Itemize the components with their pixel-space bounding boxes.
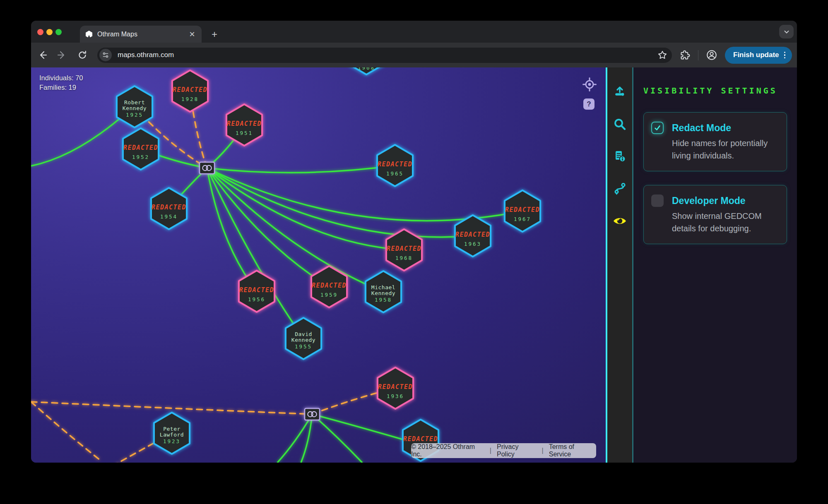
family-node[interactable] xyxy=(200,162,214,174)
person-node[interactable]: REDACTED1952 xyxy=(123,128,159,170)
url-bar[interactable]: maps.othram.com xyxy=(97,48,672,63)
help-button[interactable]: ? xyxy=(583,98,595,110)
close-window-button[interactable] xyxy=(37,29,43,35)
person-node[interactable]: REDACTED1936 xyxy=(378,367,413,409)
attribution-separator: | xyxy=(542,447,544,454)
redacted-label: REDACTED xyxy=(378,383,413,391)
side-toolbar xyxy=(607,67,632,463)
developer-mode-card[interactable]: Developer Mode Show internal GEDCOM deta… xyxy=(643,185,787,244)
redact-mode-checkbox[interactable] xyxy=(651,122,664,134)
tab-close-icon[interactable]: ✕ xyxy=(188,30,197,39)
check-icon xyxy=(653,124,662,132)
person-node[interactable]: MichaelKennedy1958 xyxy=(366,271,401,312)
finish-update-label: Finish update xyxy=(733,51,779,59)
parent-edge xyxy=(31,402,102,462)
kebab-menu-icon[interactable] xyxy=(784,52,786,59)
browser-window: Othram Maps ✕ + xyxy=(31,21,797,463)
search-icon xyxy=(613,117,627,131)
attribution-separator: | xyxy=(490,447,491,454)
birth-year: 1963 xyxy=(464,241,481,247)
child-edge xyxy=(301,414,312,463)
person-node[interactable]: REDACTED1965 xyxy=(377,145,413,186)
forward-button[interactable] xyxy=(53,47,70,63)
extensions-icon[interactable] xyxy=(679,50,691,61)
child-edge xyxy=(207,168,404,250)
tab-search-button[interactable] xyxy=(779,25,794,38)
attribution-bar: © 2018–2025 Othram Inc. | Privacy Policy… xyxy=(411,443,596,458)
person-name: Michael xyxy=(371,284,395,290)
person-name: Peter xyxy=(163,426,181,432)
upload-button[interactable] xyxy=(613,85,627,99)
birth-year: 1954 xyxy=(160,214,178,220)
chevron-down-icon xyxy=(783,29,790,35)
individuals-count: Individuals: 70 xyxy=(39,73,83,83)
birth-year: 1923 xyxy=(163,438,181,444)
browser-toolbar: maps.othram.com Finish update xyxy=(31,43,797,67)
tab-othram-maps[interactable]: Othram Maps ✕ xyxy=(80,26,202,43)
profile-icon[interactable] xyxy=(706,49,717,61)
birth-year: 1936 xyxy=(387,393,404,399)
visibility-settings-panel: VISIBILITY SETTINGS Redact Mode Hide nam… xyxy=(633,67,797,463)
birth-year: 1967 xyxy=(514,216,531,222)
back-button[interactable] xyxy=(34,47,51,63)
person-node[interactable]: REDACTED1963 xyxy=(455,215,491,257)
redacted-label: REDACTED xyxy=(173,86,207,94)
redact-mode-title: Redact Mode xyxy=(672,122,779,134)
person-name: Kennedy xyxy=(291,337,315,343)
url-text[interactable]: maps.othram.com xyxy=(118,51,657,59)
finish-update-button[interactable]: Finish update xyxy=(725,47,792,64)
crosshair-locate-icon xyxy=(582,77,597,91)
redacted-label: REDACTED xyxy=(505,206,540,214)
family-node[interactable] xyxy=(305,408,320,420)
relationship-route-button[interactable] xyxy=(613,182,627,196)
person-node[interactable]: REDACTED1967 xyxy=(505,190,540,232)
graph-stats: Individuals: 70 Families: 19 xyxy=(39,73,83,92)
redacted-label: REDACTED xyxy=(455,231,490,238)
toolbar-separator xyxy=(698,50,698,60)
person-name: Robert xyxy=(124,99,145,106)
person-node[interactable]: REDACTED1956 xyxy=(239,271,274,312)
redacted-label: REDACTED xyxy=(312,282,347,289)
person-node[interactable]: REDACTED1951 xyxy=(226,104,262,146)
person-node[interactable]: 1968 xyxy=(349,67,384,74)
route-icon xyxy=(613,182,627,196)
locate-button[interactable] xyxy=(582,77,597,91)
family-tree-map[interactable]: 1968RobertKennedy1925REDACTED1928REDACTE… xyxy=(31,67,606,463)
privacy-policy-link[interactable]: Privacy Policy xyxy=(497,443,537,458)
redacted-label: REDACTED xyxy=(403,435,438,443)
birth-year: 1952 xyxy=(132,154,149,160)
terms-of-service-link[interactable]: Terms of Service xyxy=(549,443,596,458)
search-button[interactable] xyxy=(613,117,627,131)
person-node[interactable]: PeterLawford1923 xyxy=(154,413,190,454)
minimize-window-button[interactable] xyxy=(46,29,53,35)
person-node[interactable]: DavidKennedy1955 xyxy=(286,318,321,359)
developer-mode-checkbox[interactable] xyxy=(651,194,664,207)
redact-mode-description: Hide names for potentially living indivi… xyxy=(672,137,779,162)
new-tab-button[interactable]: + xyxy=(208,28,221,41)
birth-year: 1928 xyxy=(181,96,199,102)
zoom-window-button[interactable] xyxy=(55,29,62,35)
redact-mode-card[interactable]: Redact Mode Hide names for potentially l… xyxy=(643,112,787,171)
person-name: Kennedy xyxy=(371,290,395,296)
birth-year: 1968 xyxy=(395,255,413,261)
person-node[interactable]: RobertKennedy1925 xyxy=(117,86,152,127)
person-node[interactable]: REDACTED1968 xyxy=(386,229,422,271)
person-node[interactable]: REDACTED1928 xyxy=(172,70,208,112)
titlebar: Othram Maps ✕ + xyxy=(31,21,797,43)
record-details-button[interactable] xyxy=(613,149,627,163)
child-edge xyxy=(207,168,473,237)
reload-button[interactable] xyxy=(74,47,91,63)
bookmark-star-icon[interactable] xyxy=(657,50,668,60)
redacted-label: REDACTED xyxy=(387,245,421,252)
redacted-label: REDACTED xyxy=(152,204,186,211)
visibility-button[interactable] xyxy=(613,214,627,228)
tab-title: Othram Maps xyxy=(97,31,183,38)
eye-icon xyxy=(613,214,627,228)
family-tree-graph[interactable]: 1968RobertKennedy1925REDACTED1928REDACTE… xyxy=(31,67,606,463)
person-name: Kennedy xyxy=(123,105,147,111)
birth-year: 1959 xyxy=(320,292,338,298)
birth-year: 1958 xyxy=(375,297,392,303)
site-settings-button[interactable] xyxy=(99,49,112,61)
redacted-label: REDACTED xyxy=(123,144,158,151)
copyright-text: © 2018–2025 Othram Inc. xyxy=(411,443,484,458)
